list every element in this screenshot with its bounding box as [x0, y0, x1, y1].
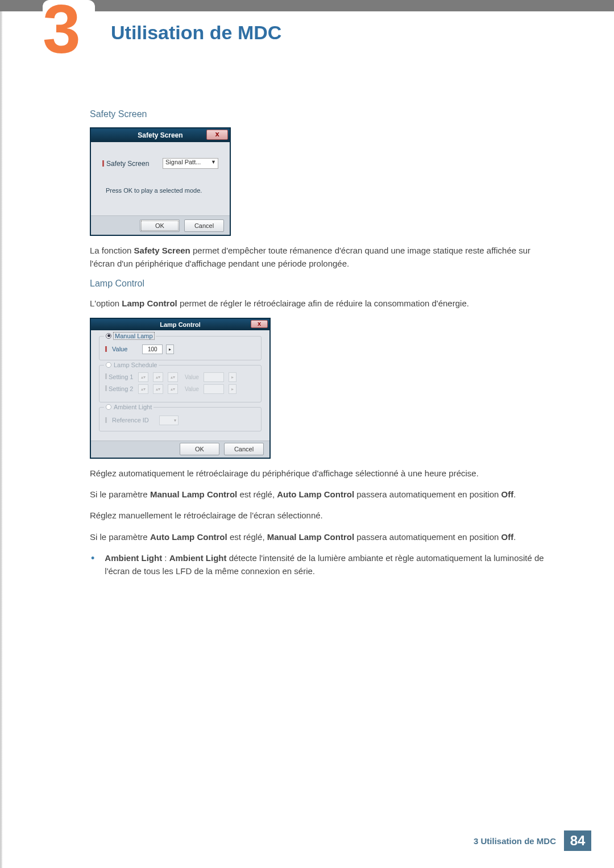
spin-icon[interactable]: ▴▾ [168, 384, 178, 394]
lamp-intro: L'option Lamp Control permet de régler l… [90, 297, 545, 310]
value-field[interactable]: 100 [142, 344, 163, 354]
lamp-footer: OK Cancel [91, 441, 269, 458]
t: Si le paramètre [90, 489, 150, 499]
value-row: Value 100 ▸ [105, 344, 255, 354]
content: Safety Screen Safety Screen x Safety Scr… [90, 108, 545, 578]
safety-heading: Safety Screen [90, 109, 545, 119]
lamp-schedule-text: Lamp Schedule [114, 362, 157, 368]
safety-paragraph: La fonction Safety Screen permet d'empêc… [90, 244, 545, 271]
t: Off [501, 489, 514, 499]
close-icon[interactable]: x [251, 320, 268, 328]
chapter-number: 3 [43, 0, 81, 68]
ok-button[interactable]: OK [140, 219, 180, 232]
lamp-heading: Lamp Control [90, 279, 545, 289]
safety-footer: OK Cancel [91, 215, 230, 235]
spin-icon[interactable]: ▴▾ [138, 384, 148, 394]
lamp-schedule-group: Lamp Schedule Setting 1 ▴▾ ▴▾ ▴▾ Value ▸… [99, 365, 262, 402]
t: . [513, 489, 516, 499]
ambient-text: Ambient Light [114, 404, 152, 410]
lamp-titlebar: Lamp Control x [91, 319, 269, 330]
slider-icon[interactable]: ▸ [229, 384, 237, 394]
t: Si le paramètre [90, 532, 150, 542]
lamp-body: Manual Lamp Value 100 ▸ Lamp Schedule Se… [91, 330, 269, 441]
safety-label-text: Safety Screen [106, 160, 149, 168]
t: . [513, 532, 516, 542]
page-number: 84 [564, 830, 591, 851]
safety-dialog: Safety Screen x Safety Screen Signal Pat… [90, 127, 231, 236]
manual-lamp-group: Manual Lamp Value 100 ▸ [99, 336, 262, 360]
t: Auto Lamp Control [150, 532, 227, 542]
value-box[interactable] [204, 372, 224, 382]
lamp-p4: Si le paramètre Auto Lamp Control est ré… [90, 530, 545, 543]
t: est réglé, [237, 489, 277, 499]
ref-row: Reference ID ▾ [105, 416, 255, 425]
safety-select-value: Signal Patt... [165, 159, 201, 165]
spin-icon[interactable]: ▴▾ [168, 372, 178, 382]
setting1-label: Setting 1 [109, 373, 133, 380]
t: : [162, 553, 169, 563]
safety-note: Press OK to play a selected mode. [106, 187, 218, 194]
left-strip [0, 0, 2, 868]
t: Manual Lamp Control [267, 532, 354, 542]
radio-icon[interactable] [106, 362, 111, 368]
bullet-text: Ambient Light : Ambient Light détecte l'… [105, 551, 545, 578]
lamp-dialog: Lamp Control x Manual Lamp Value 100 ▸ [90, 318, 271, 459]
ref-dropdown[interactable]: ▾ [159, 416, 179, 425]
value-word: Value [185, 374, 199, 380]
spin-icon[interactable]: ▴▾ [138, 372, 148, 382]
t: Off [501, 532, 514, 542]
t: Lamp Control [122, 298, 177, 308]
radio-icon[interactable] [106, 404, 111, 410]
ambient-light-group: Ambient Light Reference ID ▾ [99, 407, 262, 431]
t: Safety Screen [134, 246, 190, 255]
lamp-p1: Réglez automatiquement le rétroéclairage… [90, 467, 545, 480]
t: passera automatiquement en position [354, 532, 501, 542]
t: Ambient Light [169, 553, 227, 563]
t: Manual Lamp Control [150, 489, 237, 499]
page-footer: 3 Utilisation de MDC 84 [474, 830, 591, 851]
t: Auto Lamp Control [277, 489, 354, 499]
ambient-bullet: • Ambient Light : Ambient Light détecte … [90, 551, 545, 578]
page-title: Utilisation de MDC [111, 22, 281, 44]
t: passera automatiquement en position [354, 489, 501, 499]
manual-lamp-text: Manual Lamp [114, 333, 154, 339]
t: est réglé, [227, 532, 267, 542]
value-word: Value [185, 386, 199, 392]
lamp-title-text: Lamp Control [91, 319, 269, 330]
t: La fonction [90, 246, 134, 255]
value-box[interactable] [204, 384, 224, 394]
t: Ambient Light [105, 553, 162, 563]
close-icon[interactable]: x [206, 130, 228, 140]
safety-body: Safety Screen Signal Patt... Press OK to… [91, 142, 230, 215]
cancel-button[interactable]: Cancel [224, 443, 264, 455]
safety-row: Safety Screen Signal Patt... [102, 158, 218, 169]
ref-label: Reference ID [112, 417, 149, 423]
footer-text: 3 Utilisation de MDC [474, 836, 556, 846]
setting1-row: Setting 1 ▴▾ ▴▾ ▴▾ Value ▸ [105, 372, 255, 382]
bullet-icon: • [91, 551, 94, 578]
safety-titlebar: Safety Screen x [91, 128, 230, 142]
lamp-schedule-legend: Lamp Schedule [104, 362, 159, 368]
slider-icon[interactable]: ▸ [166, 344, 174, 354]
ok-button[interactable]: OK [180, 443, 219, 455]
lamp-p2: Si le paramètre Manual Lamp Control est … [90, 488, 545, 501]
lamp-p3: Réglez manuellement le rétroéclairage de… [90, 509, 545, 522]
manual-lamp-legend: Manual Lamp [104, 333, 156, 339]
setting2-label: Setting 2 [109, 385, 133, 392]
chapter-badge: 3 [43, 0, 105, 77]
safety-label: Safety Screen [102, 160, 149, 168]
t: L'option [90, 298, 122, 308]
radio-selected-icon[interactable] [106, 333, 111, 339]
spin-icon[interactable]: ▴▾ [153, 384, 163, 394]
safety-select[interactable]: Signal Patt... [163, 158, 218, 169]
value-label: Value [112, 346, 127, 352]
t: permet de régler le rétroéclairage afin … [177, 298, 469, 308]
spin-icon[interactable]: ▴▾ [153, 372, 163, 382]
setting2-row: Setting 2 ▴▾ ▴▾ ▴▾ Value ▸ [105, 384, 255, 394]
cancel-button[interactable]: Cancel [184, 219, 224, 232]
slider-icon[interactable]: ▸ [229, 372, 237, 382]
ambient-legend: Ambient Light [104, 404, 154, 410]
